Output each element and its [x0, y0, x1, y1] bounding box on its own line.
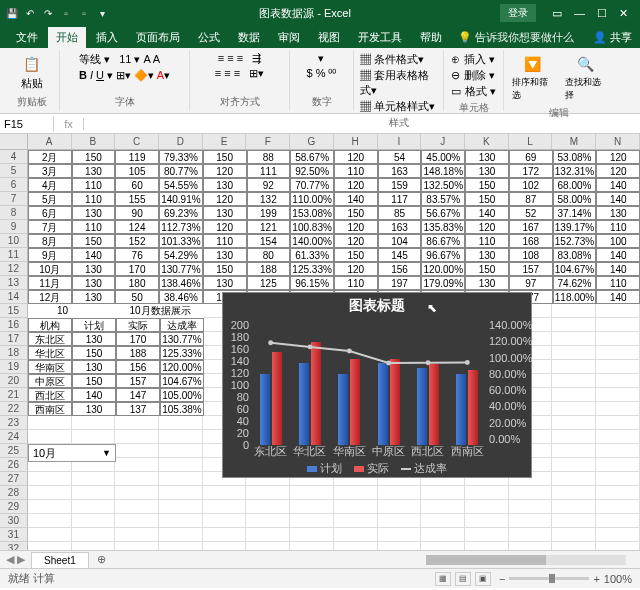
group-label: 数字: [312, 93, 332, 109]
name-box[interactable]: F15: [0, 116, 54, 132]
col-header[interactable]: B: [72, 134, 116, 149]
mini-title: 10月数据展示: [116, 304, 204, 318]
col-header[interactable]: I: [378, 134, 422, 149]
tab-formula[interactable]: 公式: [190, 27, 228, 48]
group-label: 单元格: [459, 99, 489, 115]
sort-filter[interactable]: 🔽排序和筛选: [510, 52, 555, 104]
group-label: 编辑: [549, 104, 569, 120]
zoom-level: 100%: [604, 573, 632, 585]
zoom-control[interactable]: −+ 100%: [499, 573, 632, 585]
status-bar: 就绪 计算 ▦▤▣ −+ 100%: [0, 568, 640, 588]
col-header[interactable]: H: [334, 134, 378, 149]
add-sheet-icon[interactable]: ⊕: [89, 553, 114, 566]
delete-btn[interactable]: ⊖ 删除 ▾: [451, 68, 494, 83]
month-dropdown[interactable]: 10月 ▼: [28, 444, 116, 462]
tab-layout[interactable]: 页面布局: [128, 27, 188, 48]
hscrollbar[interactable]: [426, 555, 626, 565]
group-label: 字体: [115, 93, 135, 109]
fx-button[interactable]: fx: [54, 118, 84, 130]
col-header[interactable]: L: [509, 134, 553, 149]
view-buttons[interactable]: ▦▤▣: [435, 572, 491, 586]
table-format[interactable]: ▦ 套用表格格式▾: [360, 68, 437, 98]
col-header[interactable]: M: [552, 134, 596, 149]
col-header[interactable]: G: [290, 134, 334, 149]
corner-val: 10: [28, 304, 72, 318]
insert-btn[interactable]: ⊕ 插入 ▾: [451, 52, 494, 67]
sheet-tabs: ◀ ▶ Sheet1 ⊕: [0, 550, 640, 568]
ribbon-options-icon[interactable]: ▭: [552, 7, 562, 20]
worksheet-grid[interactable]: ABCDEFGHIJKLMN 42月15011979.33%1508858.67…: [0, 134, 640, 568]
tab-review[interactable]: 审阅: [270, 27, 308, 48]
paste-button[interactable]: 📋粘贴: [19, 52, 45, 93]
group-label: 剪贴板: [17, 93, 47, 109]
share-button[interactable]: 👤 共享: [585, 27, 640, 48]
select-all-corner[interactable]: [0, 134, 28, 149]
tab-help[interactable]: 帮助: [412, 27, 450, 48]
redo-icon[interactable]: ↷: [40, 5, 56, 21]
tab-view[interactable]: 视图: [310, 27, 348, 48]
cell-style[interactable]: ▦ 单元格样式▾: [360, 99, 435, 114]
formula-bar: F15 fx: [0, 114, 640, 134]
qat-dropdown-icon[interactable]: ▾: [94, 5, 110, 21]
col-header[interactable]: F: [246, 134, 290, 149]
formula-input[interactable]: [84, 122, 640, 126]
format-btn[interactable]: ▭ 格式 ▾: [451, 84, 495, 99]
qat-icon[interactable]: ▫: [58, 5, 74, 21]
tell-me[interactable]: 💡 告诉我你想要做什么: [452, 27, 580, 48]
window-title: 图表数据源 - Excel: [110, 6, 500, 21]
close-icon[interactable]: ✕: [619, 7, 628, 20]
col-header[interactable]: K: [465, 134, 509, 149]
col-header[interactable]: C: [115, 134, 159, 149]
ribbon: 📋粘贴 剪贴板 等线 ▾ 11 ▾ A A B I U ▾ ⊞▾ 🔶▾ A▾ 字…: [0, 48, 640, 114]
chart-title: 图表标题: [223, 293, 531, 319]
qat-icon[interactable]: ▫: [76, 5, 92, 21]
column-headers: ABCDEFGHIJKLMN: [0, 134, 640, 150]
group-label: 对齐方式: [220, 93, 260, 109]
tab-home[interactable]: 开始: [48, 27, 86, 48]
embedded-chart[interactable]: 图表标题 ⬉ 200180160140120100806040200 140.0…: [222, 292, 532, 478]
tab-data[interactable]: 数据: [230, 27, 268, 48]
login-button[interactable]: 登录: [500, 4, 536, 22]
tab-insert[interactable]: 插入: [88, 27, 126, 48]
chevron-down-icon: ▼: [102, 448, 111, 458]
undo-icon[interactable]: ↶: [22, 5, 38, 21]
window-controls: ▭ — ☐ ✕: [544, 7, 636, 20]
sheet-tab[interactable]: Sheet1: [31, 552, 89, 568]
save-icon[interactable]: 💾: [4, 5, 20, 21]
maximize-icon[interactable]: ☐: [597, 7, 607, 20]
minimize-icon[interactable]: —: [574, 7, 585, 20]
summary-table: 10 10月数据展示 机构计划实际达成率东北区130170130.77%华北区1…: [28, 304, 204, 416]
chart-legend: 计划 实际 达成率: [223, 459, 531, 478]
col-header[interactable]: J: [421, 134, 465, 149]
ribbon-tabs: 文件 开始 插入 页面布局 公式 数据 审阅 视图 开发工具 帮助 💡 告诉我你…: [0, 26, 640, 48]
dropdown-value: 10月: [33, 446, 56, 461]
cond-format[interactable]: ▦ 条件格式▾: [360, 52, 424, 67]
col-header[interactable]: N: [596, 134, 640, 149]
col-header[interactable]: A: [28, 134, 72, 149]
find-select[interactable]: 🔍查找和选择: [563, 52, 608, 104]
sheet-nav[interactable]: ◀ ▶: [0, 553, 31, 566]
quick-access-toolbar: 💾 ↶ ↷ ▫ ▫ ▾: [4, 5, 110, 21]
col-header[interactable]: D: [159, 134, 203, 149]
tab-file[interactable]: 文件: [8, 27, 46, 48]
col-header[interactable]: E: [203, 134, 247, 149]
tab-dev[interactable]: 开发工具: [350, 27, 410, 48]
cursor-icon: ⬉: [427, 301, 437, 315]
status-text: 就绪 计算: [8, 571, 55, 586]
title-bar: 💾 ↶ ↷ ▫ ▫ ▾ 图表数据源 - Excel 登录 ▭ — ☐ ✕: [0, 0, 640, 26]
